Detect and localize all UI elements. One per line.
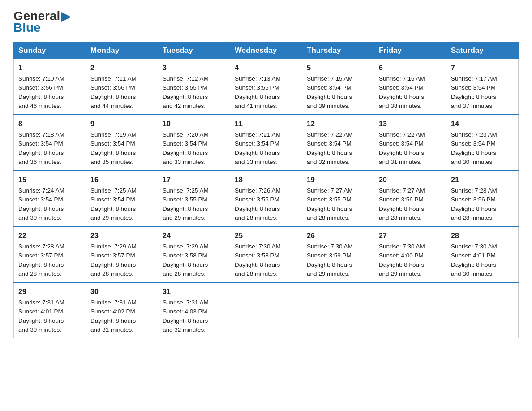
- weekday-header: Tuesday: [158, 43, 230, 59]
- day-number: 7: [451, 63, 514, 73]
- calendar-day-cell: 21 Sunrise: 7:28 AM Sunset: 3:56 PM Dayl…: [446, 171, 519, 227]
- weekday-header: Friday: [374, 43, 446, 59]
- day-number: 10: [163, 119, 225, 129]
- weekday-header: Thursday: [302, 43, 374, 59]
- calendar-day-cell: 23 Sunrise: 7:29 AM Sunset: 3:57 PM Dayl…: [86, 227, 158, 283]
- day-number: 11: [235, 119, 297, 129]
- calendar-day-cell: 14 Sunrise: 7:23 AM Sunset: 3:54 PM Dayl…: [446, 115, 519, 171]
- day-number: 6: [379, 63, 442, 73]
- day-number: 31: [163, 287, 225, 297]
- day-number: 1: [18, 63, 81, 73]
- day-number: 29: [18, 287, 81, 297]
- calendar-day-cell: 8 Sunrise: 7:18 AM Sunset: 3:54 PM Dayli…: [14, 115, 86, 171]
- day-number: 25: [235, 231, 297, 241]
- logo: General Blue: [13, 9, 71, 34]
- calendar-day-cell: 19 Sunrise: 7:27 AM Sunset: 3:55 PM Dayl…: [302, 171, 374, 227]
- day-number: 5: [307, 63, 369, 73]
- calendar-day-cell: [446, 283, 519, 338]
- calendar-table: SundayMondayTuesdayWednesdayThursdayFrid…: [13, 42, 519, 338]
- calendar-day-cell: 16 Sunrise: 7:25 AM Sunset: 3:54 PM Dayl…: [86, 171, 158, 227]
- calendar-day-cell: 6 Sunrise: 7:16 AM Sunset: 3:54 PM Dayli…: [374, 59, 446, 115]
- day-number: 9: [90, 119, 153, 129]
- calendar-day-cell: 22 Sunrise: 7:28 AM Sunset: 3:57 PM Dayl…: [14, 227, 86, 283]
- calendar-day-cell: 18 Sunrise: 7:26 AM Sunset: 3:55 PM Dayl…: [230, 171, 302, 227]
- calendar-day-cell: 28 Sunrise: 7:30 AM Sunset: 4:01 PM Dayl…: [446, 227, 519, 283]
- calendar-day-cell: 5 Sunrise: 7:15 AM Sunset: 3:54 PM Dayli…: [302, 59, 374, 115]
- day-number: 16: [90, 175, 153, 185]
- calendar-day-cell: [302, 283, 374, 338]
- calendar-day-cell: 29 Sunrise: 7:31 AM Sunset: 4:01 PM Dayl…: [14, 283, 86, 338]
- calendar-day-cell: 26 Sunrise: 7:30 AM Sunset: 3:59 PM Dayl…: [302, 227, 374, 283]
- day-number: 30: [90, 287, 153, 297]
- calendar-day-cell: 4 Sunrise: 7:13 AM Sunset: 3:55 PM Dayli…: [230, 59, 302, 115]
- calendar-day-cell: 1 Sunrise: 7:10 AM Sunset: 3:56 PM Dayli…: [14, 59, 86, 115]
- calendar-day-cell: 10 Sunrise: 7:20 AM Sunset: 3:54 PM Dayl…: [158, 115, 230, 171]
- day-number: 24: [163, 231, 225, 241]
- calendar-week-row: 22 Sunrise: 7:28 AM Sunset: 3:57 PM Dayl…: [14, 227, 519, 283]
- calendar-day-cell: 25 Sunrise: 7:30 AM Sunset: 3:58 PM Dayl…: [230, 227, 302, 283]
- day-number: 18: [235, 175, 297, 185]
- day-number: 4: [235, 63, 297, 73]
- calendar-day-cell: [230, 283, 302, 338]
- calendar-day-cell: 15 Sunrise: 7:24 AM Sunset: 3:54 PM Dayl…: [14, 171, 86, 227]
- day-number: 21: [451, 175, 514, 185]
- calendar-day-cell: 20 Sunrise: 7:27 AM Sunset: 3:56 PM Dayl…: [374, 171, 446, 227]
- calendar-body: 1 Sunrise: 7:10 AM Sunset: 3:56 PM Dayli…: [14, 59, 519, 338]
- calendar-day-cell: 31 Sunrise: 7:31 AM Sunset: 4:03 PM Dayl…: [158, 283, 230, 338]
- calendar-header-row: SundayMondayTuesdayWednesdayThursdayFrid…: [14, 43, 519, 59]
- logo-blue-text: Blue: [13, 21, 71, 34]
- day-number: 26: [307, 231, 369, 241]
- svg-marker-0: [61, 12, 71, 22]
- day-number: 22: [18, 231, 81, 241]
- calendar-day-cell: 27 Sunrise: 7:30 AM Sunset: 4:00 PM Dayl…: [374, 227, 446, 283]
- calendar-week-row: 1 Sunrise: 7:10 AM Sunset: 3:56 PM Dayli…: [14, 59, 519, 115]
- day-number: 14: [451, 119, 514, 129]
- calendar-day-cell: 11 Sunrise: 7:21 AM Sunset: 3:54 PM Dayl…: [230, 115, 302, 171]
- calendar-week-row: 8 Sunrise: 7:18 AM Sunset: 3:54 PM Dayli…: [14, 115, 519, 171]
- day-number: 27: [379, 231, 442, 241]
- day-number: 2: [90, 63, 153, 73]
- calendar-week-row: 29 Sunrise: 7:31 AM Sunset: 4:01 PM Dayl…: [14, 283, 519, 338]
- logo-arrow-icon: [61, 12, 71, 22]
- day-number: 13: [379, 119, 442, 129]
- calendar-day-cell: 7 Sunrise: 7:17 AM Sunset: 3:54 PM Dayli…: [446, 59, 519, 115]
- day-number: 12: [307, 119, 369, 129]
- weekday-header: Sunday: [14, 43, 86, 59]
- calendar-day-cell: 2 Sunrise: 7:11 AM Sunset: 3:56 PM Dayli…: [86, 59, 158, 115]
- day-number: 17: [163, 175, 225, 185]
- calendar-week-row: 15 Sunrise: 7:24 AM Sunset: 3:54 PM Dayl…: [14, 171, 519, 227]
- weekday-header: Monday: [86, 43, 158, 59]
- day-number: 15: [18, 175, 81, 185]
- weekday-header: Saturday: [446, 43, 519, 59]
- day-number: 20: [379, 175, 442, 185]
- calendar-day-cell: 17 Sunrise: 7:25 AM Sunset: 3:55 PM Dayl…: [158, 171, 230, 227]
- calendar-day-cell: 30 Sunrise: 7:31 AM Sunset: 4:02 PM Dayl…: [86, 283, 158, 338]
- calendar-day-cell: [374, 283, 446, 338]
- day-number: 28: [451, 231, 514, 241]
- day-number: 23: [90, 231, 153, 241]
- calendar-day-cell: 3 Sunrise: 7:12 AM Sunset: 3:55 PM Dayli…: [158, 59, 230, 115]
- day-number: 8: [18, 119, 81, 129]
- calendar-day-cell: 13 Sunrise: 7:22 AM Sunset: 3:54 PM Dayl…: [374, 115, 446, 171]
- weekday-header: Wednesday: [230, 43, 302, 59]
- calendar-day-cell: 12 Sunrise: 7:22 AM Sunset: 3:54 PM Dayl…: [302, 115, 374, 171]
- calendar-day-cell: 9 Sunrise: 7:19 AM Sunset: 3:54 PM Dayli…: [86, 115, 158, 171]
- page-header: General Blue: [13, 9, 519, 34]
- day-number: 3: [163, 63, 225, 73]
- calendar-day-cell: 24 Sunrise: 7:29 AM Sunset: 3:58 PM Dayl…: [158, 227, 230, 283]
- day-number: 19: [307, 175, 369, 185]
